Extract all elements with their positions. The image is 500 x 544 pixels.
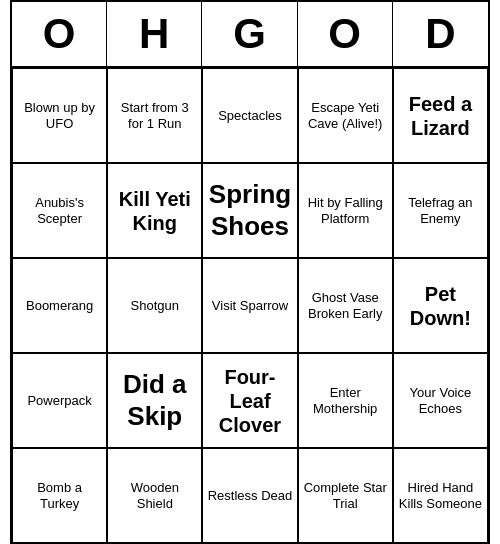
bingo-cell-12: Visit Sparrow bbox=[202, 258, 297, 353]
bingo-cell-18: Enter Mothership bbox=[298, 353, 393, 448]
bingo-cell-16: Did a Skip bbox=[107, 353, 202, 448]
bingo-cell-2: Spectacles bbox=[202, 68, 297, 163]
bingo-cell-21: Wooden Shield bbox=[107, 448, 202, 543]
bingo-cell-11: Shotgun bbox=[107, 258, 202, 353]
header-letter-D-4: D bbox=[393, 2, 488, 66]
header-letter-H-1: H bbox=[107, 2, 202, 66]
bingo-cell-1: Start from 3 for 1 Run bbox=[107, 68, 202, 163]
bingo-cell-5: Anubis's Scepter bbox=[12, 163, 107, 258]
bingo-cell-7: Spring Shoes bbox=[202, 163, 297, 258]
bingo-cell-6: Kill Yeti King bbox=[107, 163, 202, 258]
bingo-cell-14: Pet Down! bbox=[393, 258, 488, 353]
header-letter-O-0: O bbox=[12, 2, 107, 66]
bingo-cell-24: Hired Hand Kills Someone bbox=[393, 448, 488, 543]
header-letter-O-3: O bbox=[298, 2, 393, 66]
bingo-cell-3: Escape Yeti Cave (Alive!) bbox=[298, 68, 393, 163]
bingo-card: OHGOD Blown up by UFOStart from 3 for 1 … bbox=[10, 0, 490, 544]
bingo-grid: Blown up by UFOStart from 3 for 1 RunSpe… bbox=[12, 68, 488, 543]
bingo-cell-0: Blown up by UFO bbox=[12, 68, 107, 163]
bingo-cell-8: Hit by Falling Platform bbox=[298, 163, 393, 258]
bingo-cell-22: Restless Dead bbox=[202, 448, 297, 543]
bingo-cell-10: Boomerang bbox=[12, 258, 107, 353]
bingo-cell-13: Ghost Vase Broken Early bbox=[298, 258, 393, 353]
bingo-cell-20: Bomb a Turkey bbox=[12, 448, 107, 543]
bingo-header: OHGOD bbox=[12, 2, 488, 68]
bingo-cell-4: Feed a Lizard bbox=[393, 68, 488, 163]
bingo-cell-23: Complete Star Trial bbox=[298, 448, 393, 543]
bingo-cell-15: Powerpack bbox=[12, 353, 107, 448]
bingo-cell-9: Telefrag an Enemy bbox=[393, 163, 488, 258]
header-letter-G-2: G bbox=[202, 2, 297, 66]
bingo-cell-19: Your Voice Echoes bbox=[393, 353, 488, 448]
bingo-cell-17: Four-Leaf Clover bbox=[202, 353, 297, 448]
